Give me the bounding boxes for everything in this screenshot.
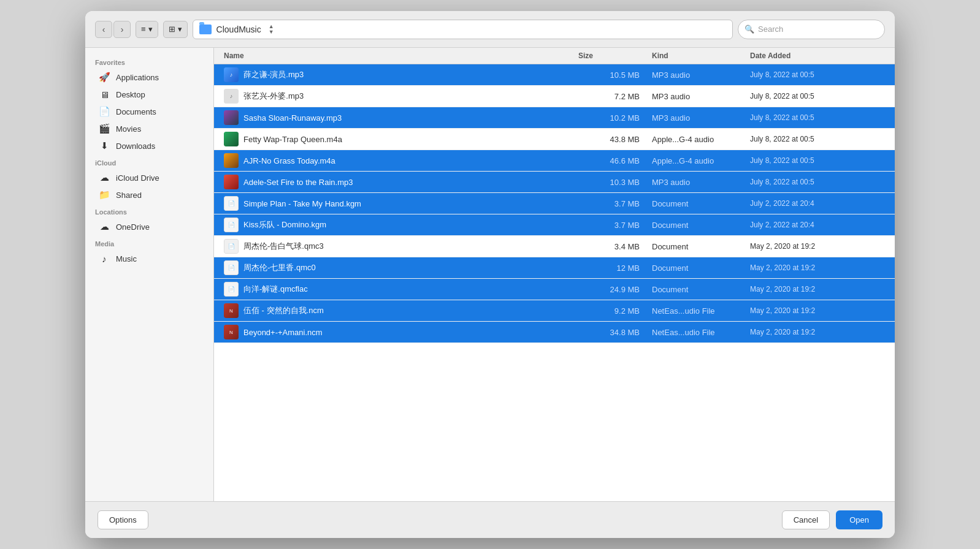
file-date: May 2, 2020 at 19:2 [750, 263, 885, 272]
table-row[interactable]: 📄 向洋-解谜.qmcflac 24.9 MB Document May 2, … [214, 279, 895, 300]
sidebar-item-movies[interactable]: 🎬 Movies [89, 120, 210, 137]
file-thumbnail: N [224, 325, 239, 339]
file-name: AJR-No Grass Today.m4a [243, 156, 335, 165]
sidebar-item-downloads[interactable]: ⬇ Downloads [89, 137, 210, 154]
table-row[interactable]: Adele-Set Fire to the Rain.mp3 10.3 MB M… [214, 172, 895, 193]
file-name-cell: ♪ 张艺兴-外婆.mp3 [224, 89, 578, 104]
sidebar-item-onedrive[interactable]: ☁ OneDrive [89, 218, 210, 235]
table-row[interactable]: 📄 周杰伦-告白气球.qmc3 3.4 MB Document May 2, 2… [214, 236, 895, 257]
file-thumbnail: 📄 [224, 260, 239, 275]
forward-button[interactable]: › [113, 21, 131, 38]
file-size: 34.8 MB [578, 328, 652, 337]
sidebar-item-label: iCloud Drive [116, 173, 159, 183]
file-name-cell: AJR-No Grass Today.m4a [224, 153, 578, 168]
nav-buttons: ‹ › [95, 21, 131, 38]
sidebar-item-music[interactable]: ♪ Music [89, 250, 210, 267]
music-icon: ♪ [99, 253, 110, 264]
file-date: July 2, 2022 at 20:4 [750, 221, 885, 229]
cancel-button[interactable]: Cancel [782, 510, 830, 529]
sidebar-item-desktop[interactable]: 🖥 Desktop [89, 86, 210, 103]
grid-view-button[interactable]: ⊞ ▾ [163, 21, 188, 38]
file-date: July 8, 2022 at 00:5 [750, 70, 885, 79]
grid-view-chevron: ▾ [178, 25, 182, 34]
file-name-cell: ♪ 薛之谦-演员.mp3 [224, 67, 578, 82]
sidebar-item-icloud-drive[interactable]: ☁ iCloud Drive [89, 169, 210, 186]
downloads-icon: ⬇ [99, 140, 110, 151]
table-row[interactable]: N 伍佰 - 突然的自我.ncm 9.2 MB NetEas...udio Fi… [214, 300, 895, 322]
sidebar-item-label: Documents [116, 107, 156, 116]
location-bar[interactable]: CloudMusic ▲ ▼ [193, 20, 733, 39]
table-row[interactable]: 📄 Simple Plan - Take My Hand.kgm 3.7 MB … [214, 193, 895, 214]
file-size: 7.2 MB [578, 92, 652, 101]
file-date: July 2, 2022 at 20:4 [750, 199, 885, 208]
file-name-cell: Sasha Sloan-Runaway.mp3 [224, 110, 578, 125]
search-box[interactable]: 🔍 Search [738, 20, 885, 39]
file-thumbnail: N [224, 303, 239, 318]
file-kind: Document [652, 242, 750, 251]
sidebar-item-shared[interactable]: 📁 Shared [89, 186, 210, 203]
col-date[interactable]: Date Added [750, 51, 885, 60]
file-name: 向洋-解谜.qmcflac [243, 284, 308, 295]
file-name: 张艺兴-外婆.mp3 [243, 91, 304, 102]
file-name: 周杰伦-七里香.qmc0 [243, 262, 316, 273]
table-row[interactable]: Fetty Wap-Trap Queen.m4a 43.8 MB Apple..… [214, 129, 895, 150]
col-name[interactable]: Name [224, 51, 578, 60]
table-row[interactable]: ♪ 薛之谦-演员.mp3 10.5 MB MP3 audio July 8, 2… [214, 64, 895, 86]
file-kind: Document [652, 263, 750, 273]
file-size: 46.6 MB [578, 156, 652, 165]
list-view-button[interactable]: ≡ ▾ [136, 21, 158, 38]
file-date: July 8, 2022 at 00:5 [750, 113, 885, 122]
icloud-label: iCloud [85, 154, 213, 169]
options-button[interactable]: Options [98, 510, 148, 529]
list-view-chevron: ▾ [148, 25, 153, 34]
file-name-cell: Fetty Wap-Trap Queen.m4a [224, 132, 578, 146]
media-label: Media [85, 235, 213, 250]
col-kind[interactable]: Kind [652, 51, 750, 60]
file-name: 伍佰 - 突然的自我.ncm [243, 305, 324, 316]
sidebar-item-label: Music [116, 254, 137, 263]
back-button[interactable]: ‹ [95, 21, 112, 38]
file-name: Kiss乐队 - Domino.kgm [243, 219, 326, 230]
file-thumbnail: ♪ [224, 67, 239, 82]
file-thumbnail: 📄 [224, 282, 239, 297]
table-row[interactable]: N Beyond+-+Amani.ncm 34.8 MB NetEas...ud… [214, 322, 895, 343]
file-name: 周杰伦-告白气球.qmc3 [243, 241, 324, 252]
file-name-cell: N Beyond+-+Amani.ncm [224, 325, 578, 339]
folder-icon [199, 25, 212, 34]
file-size: 10.2 MB [578, 113, 652, 123]
table-row[interactable]: AJR-No Grass Today.m4a 46.6 MB Apple...G… [214, 150, 895, 172]
file-date: July 8, 2022 at 00:5 [750, 178, 885, 186]
table-row[interactable]: ♪ 张艺兴-外婆.mp3 7.2 MB MP3 audio July 8, 20… [214, 86, 895, 107]
file-date: July 8, 2022 at 00:5 [750, 156, 885, 165]
search-icon: 🔍 [745, 25, 754, 34]
file-kind: Apple...G-4 audio [652, 135, 750, 144]
file-name: Sasha Sloan-Runaway.mp3 [243, 113, 342, 123]
file-name: 薛之谦-演员.mp3 [243, 69, 304, 80]
right-buttons: Cancel Open [782, 510, 882, 529]
list-icon: ≡ [141, 25, 146, 34]
file-name-cell: 📄 向洋-解谜.qmcflac [224, 282, 578, 297]
table-row[interactable]: 📄 周杰伦-七里香.qmc0 12 MB Document May 2, 202… [214, 257, 895, 279]
file-name: Beyond+-+Amani.ncm [243, 328, 323, 337]
table-row[interactable]: Sasha Sloan-Runaway.mp3 10.2 MB MP3 audi… [214, 107, 895, 129]
sidebar-item-documents[interactable]: 📄 Documents [89, 103, 210, 120]
sidebar-item-applications[interactable]: 🚀 Applications [89, 69, 210, 86]
file-thumbnail [224, 153, 239, 168]
file-dialog: ‹ › ≡ ▾ ⊞ ▾ CloudMusic ▲ ▼ 🔍 Search Favo… [85, 11, 895, 538]
table-row[interactable]: 📄 Kiss乐队 - Domino.kgm 3.7 MB Document Ju… [214, 214, 895, 236]
file-thumbnail [224, 110, 239, 125]
file-thumbnail [224, 132, 239, 146]
location-stepper[interactable]: ▲ ▼ [269, 24, 274, 35]
col-size[interactable]: Size [578, 51, 652, 60]
locations-label: Locations [85, 203, 213, 218]
file-name: Adele-Set Fire to the Rain.mp3 [243, 178, 353, 187]
stepper-down-icon[interactable]: ▼ [269, 29, 274, 35]
toolbar: ‹ › ≡ ▾ ⊞ ▾ CloudMusic ▲ ▼ 🔍 Search [85, 11, 895, 48]
main-content: Favorites 🚀 Applications 🖥 Desktop 📄 Doc… [85, 48, 895, 501]
file-date: May 2, 2020 at 19:2 [750, 328, 885, 336]
documents-icon: 📄 [99, 106, 110, 117]
open-button[interactable]: Open [836, 510, 882, 529]
file-kind: MP3 audio [652, 113, 750, 123]
sidebar-item-label: OneDrive [116, 222, 150, 232]
file-size: 9.2 MB [578, 306, 652, 316]
